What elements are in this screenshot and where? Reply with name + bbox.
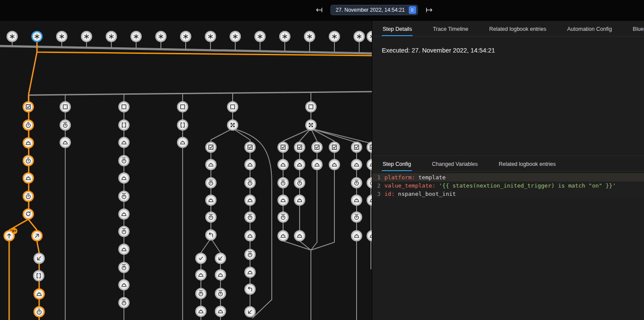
timer-node[interactable]: [23, 155, 34, 166]
check-node[interactable]: [195, 253, 207, 264]
brackets-node[interactable]: [177, 119, 188, 131]
brackets-node[interactable]: [33, 270, 44, 281]
service-dome-node[interactable]: [367, 159, 372, 170]
timer-bar-node[interactable]: [195, 288, 207, 299]
arrow-in-node[interactable]: [33, 253, 45, 264]
arrow-in-node[interactable]: [215, 253, 226, 264]
timer-bar-node[interactable]: [118, 191, 130, 202]
condition-checked-node[interactable]: [329, 142, 340, 153]
previous-trace-button[interactable]: [314, 6, 324, 14]
yaml-editor[interactable]: 1 platform: template 2 value_template: '…: [372, 173, 644, 198]
condition-blank-node[interactable]: [177, 101, 188, 112]
timer-bar-node[interactable]: [205, 211, 217, 223]
service-dome-node[interactable]: [23, 172, 34, 184]
trigger-asterisk-node[interactable]: [56, 31, 67, 42]
tab-step-config[interactable]: Step Config: [382, 156, 412, 171]
service-dome-node[interactable]: [351, 159, 362, 170]
timer-bar-node[interactable]: [60, 119, 71, 131]
condition-blank-node[interactable]: [60, 101, 71, 112]
trigger-asterisk-node[interactable]: [230, 31, 241, 42]
service-dome-node[interactable]: [215, 269, 226, 280]
service-dome-node[interactable]: [118, 208, 130, 220]
service-dome-node[interactable]: [205, 159, 217, 170]
trigger-asterisk-node[interactable]: [106, 31, 117, 42]
service-dome-node[interactable]: [215, 306, 226, 317]
trigger-asterisk-node[interactable]: [81, 31, 92, 42]
trigger-asterisk-node[interactable]: [205, 31, 216, 42]
service-dome-node[interactable]: [118, 172, 130, 184]
timer-bar-node[interactable]: [118, 297, 130, 308]
return-arrow-node[interactable]: [244, 284, 256, 295]
condition-blank-node[interactable]: [118, 101, 130, 112]
choose-node[interactable]: [305, 119, 317, 131]
condition-checked-node[interactable]: [367, 142, 372, 153]
timer-node[interactable]: [33, 306, 45, 317]
service-dome-node[interactable]: [33, 288, 45, 300]
tab-config-related-logbook-entries[interactable]: Related logbook entries: [498, 156, 557, 171]
tab-automation-config[interactable]: Automation Config: [566, 21, 613, 36]
choose-node[interactable]: [227, 119, 238, 131]
service-dome-node[interactable]: [195, 269, 207, 280]
service-dome-node[interactable]: [177, 137, 188, 148]
condition-checked-node[interactable]: [277, 142, 289, 153]
timer-node[interactable]: [23, 119, 34, 131]
timer-bar-node[interactable]: [215, 288, 226, 299]
service-dome-node[interactable]: [244, 230, 256, 241]
brackets-node[interactable]: [118, 119, 130, 131]
timer-bar-node[interactable]: [294, 177, 305, 188]
next-trace-button[interactable]: [424, 6, 434, 14]
service-dome-node[interactable]: [311, 159, 323, 170]
condition-checked-node[interactable]: [23, 101, 34, 112]
timer-bar-node[interactable]: [277, 177, 289, 188]
service-dome-node[interactable]: [244, 195, 256, 206]
trigger-asterisk-node[interactable]: [130, 31, 142, 42]
tab-changed-variables[interactable]: Changed Variables: [431, 156, 478, 171]
tab-trace-timeline[interactable]: Trace Timeline: [432, 21, 469, 36]
service-dome-node[interactable]: [277, 159, 289, 170]
timer-bar-node[interactable]: [351, 177, 362, 188]
service-dome-node[interactable]: [205, 195, 217, 206]
service-dome-node[interactable]: [329, 159, 340, 170]
timer-bar-node[interactable]: [244, 211, 256, 223]
trigger-asterisk-node[interactable]: [7, 31, 18, 42]
condition-checked-node[interactable]: [244, 142, 256, 153]
service-dome-node[interactable]: [195, 306, 207, 317]
service-dome-node[interactable]: [60, 137, 71, 148]
repeat-node[interactable]: [23, 208, 34, 220]
timer-bar-node[interactable]: [118, 155, 130, 166]
service-dome-node[interactable]: [367, 195, 372, 206]
trigger-asterisk-node[interactable]: [279, 31, 290, 42]
service-dome-node[interactable]: [351, 195, 362, 206]
trigger-asterisk-node[interactable]: [254, 31, 266, 42]
return-arrow-node[interactable]: [205, 229, 217, 241]
service-dome-node[interactable]: [277, 195, 289, 206]
timer-bar-node[interactable]: [118, 226, 130, 237]
service-dome-node[interactable]: [367, 230, 372, 241]
trigger-asterisk-node[interactable]: [304, 31, 315, 42]
condition-checked-node[interactable]: [205, 142, 217, 153]
service-dome-node[interactable]: [118, 137, 130, 148]
timer-bar-node[interactable]: [118, 262, 130, 273]
tab-related-logbook-entries[interactable]: Related logbook entries: [488, 21, 547, 36]
timer-bar-node[interactable]: [244, 177, 256, 188]
service-dome-node[interactable]: [118, 279, 130, 290]
trigger-asterisk-node[interactable]: [180, 31, 191, 42]
timer-bar-node[interactable]: [367, 177, 372, 188]
arrow-out-node[interactable]: [31, 230, 43, 241]
condition-checked-node[interactable]: [351, 142, 362, 153]
trigger-asterisk-node[interactable]: [354, 31, 365, 42]
service-dome-node[interactable]: [118, 244, 130, 255]
condition-checked-node[interactable]: [294, 142, 305, 153]
timer-bar-node[interactable]: [277, 211, 289, 223]
trace-timestamp-select[interactable]: 27. November 2022, 14:54:21: [330, 5, 418, 15]
tab-step-details[interactable]: Step Details: [382, 21, 413, 36]
service-dome-node[interactable]: [294, 230, 305, 241]
trigger-asterisk-node[interactable]: [329, 31, 340, 42]
service-dome-node[interactable]: [294, 159, 305, 170]
timer-bar-node[interactable]: [205, 177, 217, 188]
condition-blank-node[interactable]: [227, 101, 238, 112]
trigger-asterisk-node[interactable]: [155, 31, 167, 42]
condition-blank-node[interactable]: [305, 101, 317, 112]
service-dome-node[interactable]: [244, 267, 256, 278]
arrow-up-node[interactable]: 9+: [3, 230, 15, 241]
